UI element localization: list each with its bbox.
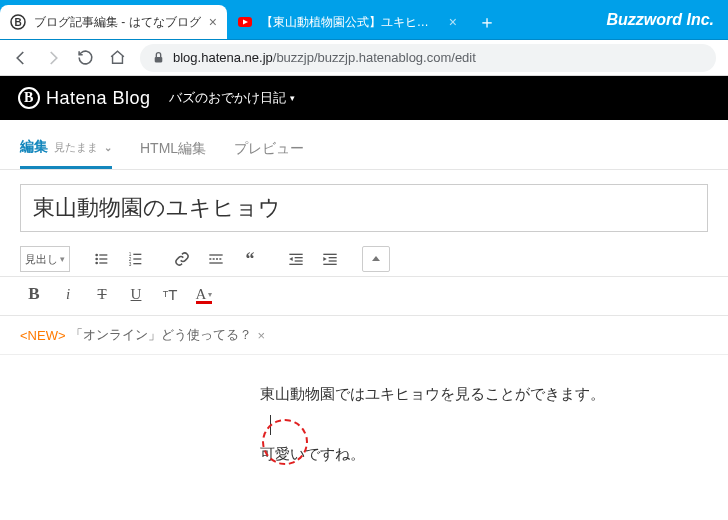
- url-text: blog.hatena.ne.jp/buzzjp/buzzjp.hatenabl…: [173, 50, 476, 65]
- italic-button[interactable]: i: [54, 281, 82, 307]
- reload-button[interactable]: [76, 49, 94, 67]
- browser-tab-inactive[interactable]: 【東山動植物園公式】ユキヒョウの鳴 ×: [227, 5, 467, 39]
- body-paragraph: 東山動物園ではユキヒョウを見ることができます。: [260, 379, 704, 409]
- chevron-down-icon: ▾: [208, 290, 212, 299]
- home-button[interactable]: [108, 49, 126, 67]
- svg-point-5: [95, 254, 98, 257]
- hatena-mark-icon: B: [18, 87, 40, 109]
- editor-toolbar: 見出し ▾ 123 “: [0, 242, 728, 277]
- tab-html[interactable]: HTML編集: [140, 138, 206, 169]
- quote-icon[interactable]: “: [236, 246, 264, 272]
- svg-marker-30: [372, 256, 380, 261]
- youtube-favicon-icon: [237, 14, 253, 30]
- link-icon[interactable]: [168, 246, 196, 272]
- body-paragraph: 可愛いですね。: [260, 439, 704, 469]
- svg-point-9: [95, 262, 98, 265]
- svg-point-7: [95, 258, 98, 261]
- text-color-button[interactable]: A▾: [190, 281, 218, 307]
- browser-tab-label: 【東山動植物園公式】ユキヒョウの鳴: [261, 14, 441, 31]
- lock-icon: [152, 51, 165, 64]
- watermark: Buzzword Inc.: [606, 11, 714, 29]
- editor-page: 編集 見たまま ⌄ HTML編集 プレビュー 東山動物園のユキヒョウ 見出し ▾…: [0, 120, 728, 493]
- svg-rect-16: [133, 263, 141, 264]
- svg-rect-21: [295, 257, 303, 258]
- underline-button[interactable]: U: [122, 281, 150, 307]
- forward-button: [44, 49, 62, 67]
- heading-select[interactable]: 見出し ▾: [20, 246, 70, 272]
- notice-text: 「オンライン」どう使ってる？: [70, 326, 252, 344]
- svg-rect-22: [295, 260, 303, 261]
- svg-rect-12: [133, 254, 141, 255]
- tab-close-icon[interactable]: ×: [449, 14, 457, 30]
- indent-icon[interactable]: [316, 246, 344, 272]
- svg-rect-26: [329, 257, 337, 258]
- svg-rect-23: [289, 264, 302, 265]
- blog-title-dropdown[interactable]: バズのおでかけ日記 ▾: [169, 89, 295, 107]
- url-input[interactable]: blog.hatena.ne.jp/buzzjp/buzzjp.hatenabl…: [140, 44, 716, 72]
- svg-text:3: 3: [129, 262, 132, 267]
- body-paragraph-empty: [260, 409, 704, 439]
- collapse-toolbar-icon[interactable]: [362, 246, 390, 272]
- svg-rect-4: [155, 57, 163, 62]
- svg-rect-10: [99, 262, 107, 263]
- unordered-list-icon[interactable]: [88, 246, 116, 272]
- tab-edit[interactable]: 編集 見たまま ⌄: [20, 138, 112, 169]
- svg-marker-29: [323, 257, 326, 261]
- browser-address-bar: blog.hatena.ne.jp/buzzjp/buzzjp.hatenabl…: [0, 40, 728, 76]
- back-button[interactable]: [12, 49, 30, 67]
- editor-mode-tabs: 編集 見たまま ⌄ HTML編集 プレビュー: [0, 120, 728, 170]
- svg-rect-27: [329, 260, 337, 261]
- editor-body[interactable]: 東山動物園ではユキヒョウを見ることができます。 可愛いですね。: [0, 355, 728, 493]
- outdent-icon[interactable]: [282, 246, 310, 272]
- tab-preview[interactable]: プレビュー: [234, 138, 304, 169]
- hatena-logo[interactable]: B Hatena Blog: [18, 87, 151, 109]
- svg-rect-8: [99, 258, 107, 259]
- ordered-list-icon[interactable]: 123: [122, 246, 150, 272]
- notice-new-badge: <NEW>: [20, 328, 66, 343]
- browser-tab-active[interactable]: B ブログ記事編集 - はてなブログ ×: [0, 5, 227, 39]
- caret-down-icon: ▾: [290, 93, 295, 103]
- svg-marker-24: [289, 257, 292, 261]
- chevron-down-icon: ⌄: [104, 142, 112, 153]
- strikethrough-button[interactable]: T: [88, 281, 116, 307]
- post-title-input[interactable]: 東山動物園のユキヒョウ: [20, 184, 708, 232]
- svg-rect-25: [323, 254, 336, 255]
- browser-tab-label: ブログ記事編集 - はてなブログ: [34, 14, 201, 31]
- chevron-down-icon: ▾: [60, 254, 65, 264]
- svg-rect-28: [323, 264, 336, 265]
- browser-titlebar: B ブログ記事編集 - はてなブログ × 【東山動植物園公式】ユキヒョウの鳴 ×…: [0, 0, 728, 40]
- hatena-brand: Hatena Blog: [46, 88, 151, 109]
- notice-bar[interactable]: <NEW> 「オンライン」どう使ってる？ ×: [0, 316, 728, 355]
- new-tab-button[interactable]: ＋: [473, 8, 501, 36]
- svg-rect-20: [289, 254, 302, 255]
- hatena-favicon-icon: B: [10, 14, 26, 30]
- svg-rect-6: [99, 254, 107, 255]
- bold-button[interactable]: B: [20, 281, 48, 307]
- text-cursor-icon: [270, 415, 271, 435]
- notice-close-icon[interactable]: ×: [258, 328, 266, 343]
- font-size-button[interactable]: TT: [156, 281, 184, 307]
- svg-rect-14: [133, 258, 141, 259]
- hatena-header: B Hatena Blog バズのおでかけ日記 ▾: [0, 76, 728, 120]
- editor-toolbar-text: B i T U TT A▾: [0, 277, 728, 316]
- tab-close-icon[interactable]: ×: [209, 14, 217, 30]
- svg-text:B: B: [14, 17, 21, 28]
- read-more-icon[interactable]: [202, 246, 230, 272]
